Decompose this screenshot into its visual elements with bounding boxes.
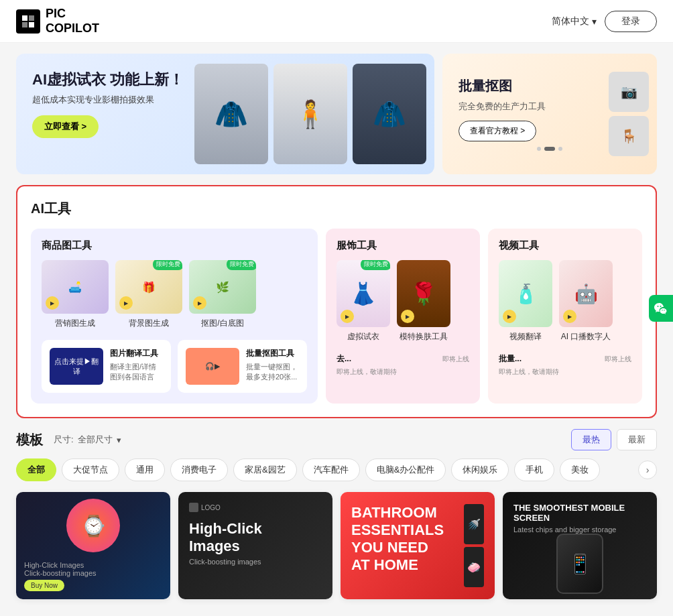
watch-card-text: High-Click Images Click-boosting images … [24, 561, 97, 591]
phone-image: 📱 [556, 534, 603, 594]
play-icon-6: ▶ [503, 310, 516, 323]
batch-cutout-info: 批量抠图工具 批量一键抠图，最多支持20张... [246, 348, 299, 383]
play-icon-3: ▶ [193, 296, 206, 310]
product-image-3: 🧥 [353, 64, 426, 164]
model-skin-item[interactable]: 🌹 ▶ 模特换肤工具 [397, 260, 450, 343]
logo-square-icon [189, 503, 198, 512]
mobile-image: 📱 [513, 534, 646, 594]
sort-hot-button[interactable]: 最热 [571, 429, 611, 450]
templates-section: 模板 尺寸: 全部尺寸 ▾ 最热 最新 全部 大促节点 通用 消费电子 家居&园… [0, 429, 673, 610]
cat-tab-leisure[interactable]: 休闲娱乐 [451, 458, 509, 481]
banner-cta-button[interactable]: 立即查看 > [32, 115, 99, 138]
fashion-items: 限时免费 👗 ▶ 虚拟试衣 🌹 ▶ 模特换肤工具 [336, 260, 469, 343]
product-image-2: 🧍 [273, 64, 347, 164]
template-card-mobile[interactable]: THE SMOOTHEST MOBILE SCREEN Latest chips… [503, 492, 657, 599]
cat-tab-computer[interactable]: 电脑&办公配件 [365, 458, 446, 481]
language-selector[interactable]: 简体中文 ▾ [552, 15, 597, 27]
category-more-button[interactable]: › [638, 460, 657, 479]
video-tools-title: 视频工具 [499, 239, 631, 252]
size-filter[interactable]: 尺寸: 全部尺寸 ▾ [54, 434, 121, 446]
coming-soon-1: 去... 即将上线 即将上线，敬请期待 [336, 353, 469, 377]
svg-rect-0 [22, 15, 27, 21]
template-card-highclick[interactable]: LOGO High-Click Images Click-boosting im… [178, 492, 332, 599]
bathroom-product-1: 🚿 [464, 504, 484, 544]
banner-right-images: 📷 🪑 [609, 72, 649, 156]
tool-label-video-translate: 视频翻译 [509, 331, 542, 343]
tool-thumb-background: 🎁 限时免费 ▶ [115, 260, 182, 314]
cat-tab-promotion[interactable]: 大促节点 [62, 458, 119, 481]
template-grid: ⌚ High-Click Images Click-boosting image… [16, 492, 657, 599]
rdot-2[interactable] [544, 147, 555, 151]
virtual-tryon-item[interactable]: 限时免费 👗 ▶ 虚拟试衣 [336, 260, 390, 343]
banner-right[interactable]: 批量抠图 完全免费的生产力工具 查看官方教程 > 📷 🪑 [442, 54, 657, 174]
product-tool-items: 🛋️ ▶ 营销图生成 🎁 限时免费 ▶ 背景图生成 [42, 260, 307, 329]
watch-circle: ⌚ [66, 499, 120, 552]
video-items: 🧴 ▶ 视频翻译 🤖 ▶ AI 口播数字人 [499, 260, 631, 343]
tool-thumb-marketing: 🛋️ ▶ [42, 260, 109, 314]
free-badge-2: 限时免费 [227, 260, 256, 270]
batch-cutout-desc: 批量一键抠图，最多支持20张... [246, 362, 299, 383]
tool-label-skin: 模特换肤工具 [400, 331, 448, 343]
product-tools-card: 商品图工具 🛋️ ▶ 营销图生成 🎁 限时免费 ▶ [31, 229, 318, 404]
cat-tab-general[interactable]: 通用 [125, 458, 165, 481]
fashion-tools-card: 服饰工具 限时免费 👗 ▶ 虚拟试衣 🌹 ▶ 模特换肤工具 [326, 229, 480, 404]
login-button[interactable]: 登录 [605, 11, 657, 32]
watch-subtext: High-Click Images [24, 561, 97, 569]
right-product-2: 🪑 [609, 116, 649, 156]
free-badge-3: 限时免费 [361, 260, 390, 270]
rdot-3[interactable] [558, 147, 562, 151]
banner-right-cta[interactable]: 查看官方教程 > [458, 121, 536, 141]
translate-tool-desc: 翻译主图/详情图到各国语言 [110, 362, 163, 383]
logo-text: PIC COPILOT [46, 7, 99, 36]
cat-tab-beauty[interactable]: 美妆 [560, 458, 600, 481]
video-coming-soon: 批量... 即将上线 即将上线，敬请期待 [499, 353, 631, 377]
cat-tab-home[interactable]: 家居&园艺 [233, 458, 297, 481]
play-icon-5: ▶ [401, 310, 414, 323]
wechat-widget[interactable] [649, 295, 673, 322]
bottom-tools: 点击来提▶翻译 图片翻译工具 翻译主图/详情图到各国语言 🎧▶ 批量抠图工具 批… [42, 340, 307, 393]
digital-human-item[interactable]: 🤖 ▶ AI 口播数字人 [559, 260, 613, 343]
banner-left[interactable]: AI虚拟试衣 功能上新！ 超低成本实现专业影棚拍摄效果 立即查看 > 🧥 🧍 🧥 [16, 54, 434, 174]
translate-thumb: 点击来提▶翻译 [50, 348, 103, 385]
bathroom-product-2: 🧼 [464, 547, 484, 587]
sort-new-button[interactable]: 最新 [617, 429, 657, 450]
logo[interactable]: PIC COPILOT [16, 7, 99, 36]
category-tabs: 全部 大促节点 通用 消费电子 家居&园艺 汽车配件 电脑&办公配件 休闲娱乐 … [16, 458, 657, 481]
batch-cutout-card[interactable]: 🎧▶ 批量抠图工具 批量一键抠图，最多支持20张... [178, 340, 307, 393]
translate-tool-title: 图片翻译工具 [110, 348, 163, 359]
tools-grid: 商品图工具 🛋️ ▶ 营销图生成 🎁 限时免费 ▶ [31, 229, 642, 404]
watch-buy-btn: Buy Now [24, 580, 64, 591]
cat-tab-all[interactable]: 全部 [16, 458, 56, 481]
cat-tab-mobile[interactable]: 手机 [514, 458, 554, 481]
ai-tools-title: AI工具 [31, 200, 642, 218]
tool-item-background[interactable]: 🎁 限时免费 ▶ 背景图生成 [115, 260, 182, 329]
svg-rect-3 [29, 22, 34, 27]
cat-tab-auto[interactable]: 汽车配件 [302, 458, 360, 481]
templates-sort: 最热 最新 [571, 429, 657, 450]
bathroom-text: BATHROOM ESSENTIALS YOU NEED AT HOME [351, 504, 444, 574]
right-product-1: 📷 [609, 72, 649, 112]
tool-thumb-cutout: 🌿 限时免费 ▶ [189, 260, 256, 314]
header-right: 简体中文 ▾ 登录 [552, 11, 657, 32]
tool-item-cutout[interactable]: 🌿 限时免费 ▶ 抠图/白底图 [189, 260, 256, 329]
tool-label-marketing: 营销图生成 [55, 318, 95, 329]
templates-title-area: 模板 尺寸: 全部尺寸 ▾ [16, 431, 121, 449]
template-card-watch[interactable]: ⌚ High-Click Images Click-boosting image… [16, 492, 170, 599]
batch-cutout-title: 批量抠图工具 [246, 348, 299, 359]
tool-label-tryon: 虚拟试衣 [347, 331, 379, 343]
cat-tab-electronics[interactable]: 消费电子 [170, 458, 228, 481]
video-translate-item[interactable]: 🧴 ▶ 视频翻译 [499, 260, 552, 343]
translate-tool-card[interactable]: 点击来提▶翻译 图片翻译工具 翻译主图/详情图到各国语言 [42, 340, 171, 393]
mobile-card-text: THE SMOOTHEST MOBILE SCREEN Latest chips… [513, 503, 646, 534]
template-card-bathroom[interactable]: BATHROOM ESSENTIALS YOU NEED AT HOME 🚿 🧼 [341, 492, 495, 599]
bathroom-products: 🚿 🧼 [464, 504, 484, 587]
bathroom-content: BATHROOM ESSENTIALS YOU NEED AT HOME 🚿 🧼 [351, 504, 484, 587]
video-tools-card: 视频工具 🧴 ▶ 视频翻译 🤖 ▶ AI 口播数字人 [488, 229, 642, 404]
tool-item-marketing[interactable]: 🛋️ ▶ 营销图生成 [42, 260, 109, 329]
video-thumb-2: 🤖 ▶ [559, 260, 613, 327]
video-thumb-1: 🧴 ▶ [499, 260, 552, 327]
play-icon: ▶ [46, 296, 59, 310]
play-icon-2: ▶ [119, 296, 133, 310]
model-thumb: 🌹 ▶ [397, 260, 450, 327]
rdot-1[interactable] [537, 147, 541, 151]
